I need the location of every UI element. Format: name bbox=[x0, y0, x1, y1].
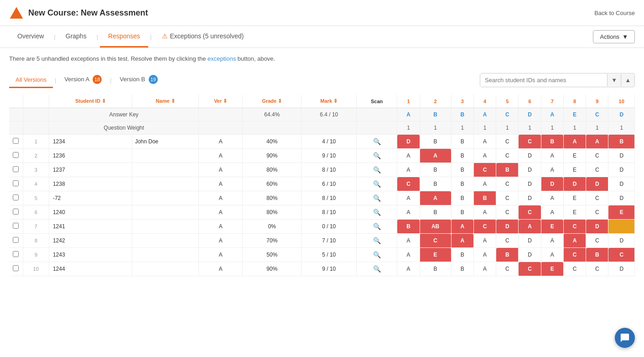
svg-marker-0 bbox=[10, 7, 23, 19]
col-q6: 6 bbox=[519, 94, 541, 108]
row-grade: 90% bbox=[243, 149, 301, 163]
scan-btn[interactable]: 🔍 bbox=[357, 220, 397, 234]
row-answer-q5: C bbox=[496, 205, 519, 220]
content-area: There are 5 unhandled exceptions in this… bbox=[0, 48, 644, 284]
row-checkbox[interactable] bbox=[13, 223, 19, 229]
scan-btn[interactable]: 🔍 bbox=[357, 262, 397, 276]
search-dropdown-btn[interactable]: ▼ bbox=[607, 74, 621, 86]
search-icon[interactable]: 🔍 bbox=[373, 265, 381, 273]
row-answer-q3: B bbox=[451, 135, 473, 149]
back-to-course-link[interactable]: Back to Course bbox=[594, 10, 635, 16]
version-tab-b[interactable]: Version B 19 bbox=[114, 71, 164, 89]
row-checkbox[interactable] bbox=[13, 180, 19, 186]
row-checkbox[interactable] bbox=[13, 251, 19, 257]
scan-btn[interactable]: 🔍 bbox=[357, 205, 397, 220]
scan-btn[interactable]: 🔍 bbox=[357, 135, 397, 149]
row-answer-q8: E bbox=[563, 191, 586, 205]
table-row: 71241A0%0 / 10🔍BABACDAECD bbox=[9, 220, 635, 234]
scan-btn[interactable]: 🔍 bbox=[357, 234, 397, 248]
actions-button[interactable]: Actions ▼ bbox=[593, 30, 635, 43]
row-answer-q5: C bbox=[496, 262, 519, 276]
student-id: 1236 bbox=[49, 149, 132, 163]
row-mark: 8 / 10 bbox=[301, 191, 357, 205]
wt-q5: 1 bbox=[496, 121, 519, 135]
row-answer-q3: B bbox=[451, 262, 473, 276]
col-q2: 2 bbox=[420, 94, 451, 108]
row-answer-q6: C bbox=[519, 205, 541, 220]
row-answer-q8: A bbox=[563, 234, 586, 248]
row-answer-q1: A bbox=[397, 191, 420, 205]
row-answer-q10: C bbox=[608, 248, 635, 262]
search-close-btn[interactable]: ▲ bbox=[621, 74, 634, 86]
search-icon[interactable]: 🔍 bbox=[373, 237, 381, 244]
row-answer-q9: C bbox=[586, 262, 608, 276]
ak-q10: D bbox=[608, 108, 635, 121]
student-id: 1237 bbox=[49, 163, 132, 177]
row-checkbox[interactable] bbox=[13, 265, 19, 271]
row-checkbox[interactable] bbox=[13, 194, 19, 200]
ak-q2: B bbox=[420, 108, 451, 121]
search-icon[interactable]: 🔍 bbox=[373, 138, 381, 145]
row-mark: 0 / 10 bbox=[301, 220, 357, 234]
row-version: A bbox=[199, 220, 243, 234]
row-answer-q1: A bbox=[397, 163, 420, 177]
tab-overview[interactable]: Overview bbox=[9, 26, 52, 47]
search-icon[interactable]: 🔍 bbox=[373, 166, 381, 173]
search-icon[interactable]: 🔍 bbox=[373, 152, 381, 159]
scan-btn[interactable]: 🔍 bbox=[357, 191, 397, 205]
row-answer-q5: B bbox=[496, 163, 519, 177]
wt-q3: 1 bbox=[451, 121, 473, 135]
search-input[interactable] bbox=[480, 74, 607, 87]
col-q3: 3 bbox=[451, 94, 473, 108]
row-checkbox[interactable] bbox=[13, 138, 19, 144]
exceptions-link[interactable]: exceptions bbox=[208, 55, 236, 62]
row-answer-q1: B bbox=[397, 220, 420, 234]
row-checkbox[interactable] bbox=[13, 237, 19, 243]
scan-btn[interactable]: 🔍 bbox=[357, 177, 397, 191]
row-grade: 0% bbox=[243, 220, 301, 234]
row-answer-q5: C bbox=[496, 234, 519, 248]
search-icon[interactable]: 🔍 bbox=[373, 209, 381, 216]
student-name bbox=[132, 149, 198, 163]
tab-graphs[interactable]: Graphs bbox=[57, 26, 95, 47]
row-answer-q9: D bbox=[586, 177, 608, 191]
col-q1: 1 bbox=[397, 94, 420, 108]
row-version: A bbox=[199, 163, 243, 177]
scan-btn[interactable]: 🔍 bbox=[357, 248, 397, 262]
tab-responses[interactable]: Responses bbox=[100, 26, 148, 47]
row-answer-q5: B bbox=[496, 248, 519, 262]
row-grade: 40% bbox=[243, 135, 301, 149]
row-answer-q6: D bbox=[519, 248, 541, 262]
ak-q7: A bbox=[541, 108, 563, 121]
table-row: 11234John DoeA40%4 / 10🔍DBBACCBAAB bbox=[9, 135, 635, 149]
wt-q10: 1 bbox=[608, 121, 635, 135]
wt-q6: 1 bbox=[519, 121, 541, 135]
search-container: ▼ ▲ bbox=[480, 73, 635, 87]
row-answer-q4: A bbox=[473, 135, 496, 149]
tab-exceptions[interactable]: ⚠ Exceptions (5 unresolved) bbox=[154, 26, 252, 47]
row-checkbox[interactable] bbox=[13, 209, 19, 215]
row-answer-q7: A bbox=[541, 248, 563, 262]
search-icon[interactable]: 🔍 bbox=[373, 180, 381, 188]
student-id: 1242 bbox=[49, 234, 132, 248]
search-icon[interactable]: 🔍 bbox=[373, 251, 381, 258]
search-icon[interactable]: 🔍 bbox=[373, 223, 381, 230]
row-num: 1 bbox=[23, 135, 49, 149]
logo-icon bbox=[9, 5, 24, 20]
row-checkbox[interactable] bbox=[13, 152, 19, 158]
scan-btn[interactable]: 🔍 bbox=[357, 163, 397, 177]
scan-btn[interactable]: 🔍 bbox=[357, 149, 397, 163]
student-id: 1240 bbox=[49, 205, 132, 220]
question-weight-label: Question Weight bbox=[49, 121, 198, 135]
version-tab-a[interactable]: Version A 18 bbox=[58, 71, 108, 89]
ak-q1: A bbox=[397, 108, 420, 121]
search-icon[interactable]: 🔍 bbox=[373, 194, 381, 202]
version-tab-all[interactable]: All Versions bbox=[9, 73, 53, 88]
version-sep-1: | bbox=[53, 77, 58, 84]
table-wrapper: Student ID ⇕ Name ⇕ Ver ⇕ Grade ⇕ Mark ⇕… bbox=[9, 94, 635, 276]
row-answer-q8: A bbox=[563, 135, 586, 149]
student-name bbox=[132, 177, 198, 191]
row-checkbox[interactable] bbox=[13, 166, 19, 172]
row-answer-q10: D bbox=[608, 149, 635, 163]
student-id: 1244 bbox=[49, 262, 132, 276]
